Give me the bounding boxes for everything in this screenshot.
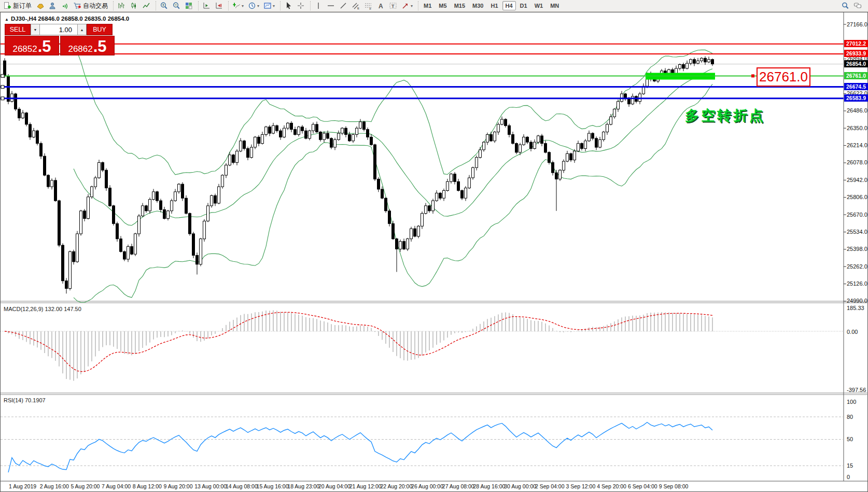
crosshair-icon — [297, 2, 305, 10]
timeframe-h4-button[interactable]: H4 — [502, 1, 516, 10]
indicators-button[interactable]: ▾ — [230, 0, 246, 11]
sell-price-pip: .5 — [38, 40, 51, 53]
zoom-out-button[interactable] — [170, 0, 183, 11]
rsi-axis-label: 80 — [847, 414, 853, 420]
timeframe-m15-button[interactable]: M15 — [451, 1, 468, 10]
autotrading-button[interactable]: 自动交易 — [71, 0, 110, 11]
bar-chart-button[interactable] — [115, 0, 128, 11]
text-button[interactable]: A — [374, 0, 387, 11]
text-label-icon: T — [389, 2, 397, 10]
arrows-button[interactable]: ▾ — [399, 0, 415, 11]
volume-input[interactable] — [40, 24, 77, 35]
volume-decrease-button[interactable]: ▼ — [31, 24, 40, 35]
rsi-axis-label: 100 — [847, 399, 856, 405]
buy-price-box[interactable]: 26862 .5 — [60, 36, 115, 55]
rsi-axis-label: 0 — [847, 474, 850, 480]
dropdown-caret: ▾ — [242, 4, 244, 8]
tile-windows-button[interactable] — [183, 0, 195, 11]
toolbar-separator — [195, 1, 199, 10]
person-icon — [48, 2, 57, 10]
time-axis-label: 26 Aug 00:00 — [411, 483, 443, 489]
templates-button[interactable]: ▾ — [261, 0, 277, 11]
signals-button[interactable] — [59, 0, 71, 11]
timeframe-m1-button[interactable]: M1 — [421, 1, 435, 10]
timeframe-m30-button[interactable]: M30 — [469, 1, 486, 10]
chat-button[interactable] — [851, 0, 864, 11]
buy-price-pip: .5 — [93, 40, 107, 53]
macd-axis-label: -397.56 — [847, 387, 866, 393]
toolbar-separator — [277, 1, 281, 10]
timeframe-d1-button[interactable]: D1 — [517, 1, 530, 10]
tile-windows-icon — [185, 2, 193, 10]
fibonacci-button[interactable]: F — [362, 0, 374, 11]
time-axis-label: 3 Sep 12:00 — [566, 483, 596, 489]
text-label-button[interactable]: T — [387, 0, 399, 11]
price-tag-26761.0: 26761.0 — [844, 72, 868, 79]
annotation-text[interactable]: 多空转折点 — [685, 106, 765, 125]
chart-canvas[interactable] — [1, 12, 868, 492]
price-tag-27012.2: 27012.2 — [844, 40, 868, 47]
crosshair-button[interactable] — [295, 0, 307, 11]
equidistant-channel-button[interactable]: E — [349, 0, 362, 11]
timeframe-mn-button[interactable]: MN — [547, 1, 562, 10]
time-axis-label: 2 Aug 16:00 — [40, 483, 69, 489]
time-axis-label: 28 Aug 16:00 — [473, 483, 506, 489]
chart-title-text: DJ30-,H4 26846.0 26858.0 26835.0 26854.0 — [11, 16, 129, 22]
time-axis-label: 30 Aug 00:00 — [504, 483, 536, 489]
price-callout-box[interactable]: 26761.0 — [757, 67, 810, 87]
zoom-in-icon — [160, 2, 168, 10]
zoom-in-button[interactable] — [158, 0, 170, 11]
search-button[interactable] — [839, 0, 851, 11]
new-order-button[interactable]: 新订单 — [1, 0, 34, 11]
collapse-arrow-icon[interactable]: ▲ — [5, 17, 9, 22]
time-axis-label: 9 Sep 08:00 — [659, 483, 689, 489]
price-tag-26854.0: 26854.0 — [844, 60, 868, 67]
cursor-button[interactable] — [282, 0, 295, 11]
one-click-trading-panel: SELL ▼ ▲ BUY 26852 .5 26862 .5 — [5, 24, 115, 55]
toolbar-separator — [152, 1, 156, 10]
chat-icon — [853, 2, 862, 10]
periods-button[interactable]: ▾ — [246, 0, 261, 11]
dropdown-caret: ▾ — [411, 4, 413, 8]
svg-text:T: T — [391, 4, 395, 9]
horizontal-line-button[interactable] — [325, 0, 337, 11]
time-axis-label: 22 Aug 20:00 — [380, 483, 412, 489]
timeframe-h1-button[interactable]: H1 — [487, 1, 501, 10]
time-axis-label: 2 Sep 04:00 — [535, 483, 565, 489]
candlestick-chart-icon — [130, 2, 138, 10]
search-icon — [841, 2, 849, 10]
buy-button[interactable]: BUY — [87, 24, 113, 35]
trendline-button[interactable] — [337, 0, 349, 11]
time-axis-label: 4 Sep 20:00 — [597, 483, 626, 489]
clock-icon — [248, 2, 256, 10]
gold-icon — [36, 2, 44, 10]
rsi-axis-label: 50 — [847, 436, 853, 442]
macd-axis-label: 0.00 — [847, 329, 858, 335]
timeframe-m5-button[interactable]: M5 — [436, 1, 450, 10]
mql5-button[interactable] — [34, 0, 46, 11]
sell-button[interactable]: SELL — [5, 24, 31, 35]
community-button[interactable] — [46, 0, 59, 11]
indicators-icon — [232, 2, 241, 10]
line-chart-button[interactable] — [140, 0, 152, 11]
price-tag-26674.5: 26674.5 — [844, 83, 868, 90]
auto-scroll-button[interactable] — [200, 0, 213, 11]
time-axis-label: 6 Sep 04:00 — [628, 483, 657, 489]
price-axis-tick: 27166.0 — [847, 21, 867, 27]
chart-shift-button[interactable] — [213, 0, 225, 11]
vertical-line-button[interactable] — [312, 0, 325, 11]
trendline-icon — [339, 2, 347, 10]
rsi-value: 70.1907 — [25, 397, 46, 403]
horizontal-line-icon — [327, 2, 335, 10]
price-axis-tick: 24990.0 — [847, 298, 867, 304]
candlestick-chart-button[interactable] — [128, 0, 140, 11]
price-axis-tick: 25806.0 — [847, 194, 867, 200]
time-axis-label: 15 Aug 16:00 — [257, 483, 289, 489]
volume-increase-button[interactable]: ▲ — [77, 24, 87, 35]
autotrading-label: 自动交易 — [83, 2, 108, 10]
time-axis-label: 5 Aug 20:00 — [71, 483, 100, 489]
sell-price-main: 26852 — [12, 45, 37, 53]
sell-price-box[interactable]: 26852 .5 — [5, 36, 59, 55]
timeframe-w1-button[interactable]: W1 — [531, 1, 547, 10]
time-axis-label: 20 Aug 04:00 — [318, 483, 351, 489]
